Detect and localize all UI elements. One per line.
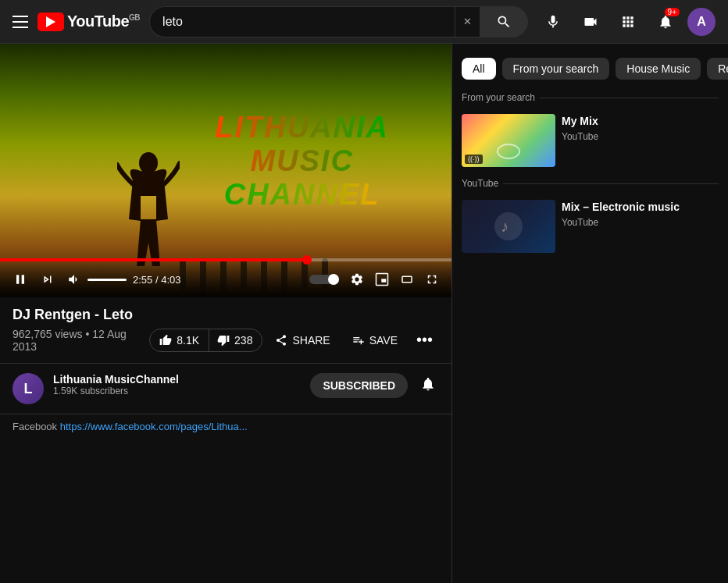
user-avatar[interactable]: A — [687, 8, 716, 36]
filter-tabs: All From your search House Music Re... — [452, 50, 728, 87]
svg-point-3 — [494, 212, 523, 240]
youtube-logo[interactable]: YouTubeGB — [37, 12, 140, 31]
youtube-logo-text: YouTubeGB — [67, 12, 140, 30]
channel-info: L Lithuania MusicChannel 1.59K subscribe… — [0, 364, 451, 414]
more-icon: ••• — [416, 331, 433, 349]
separator: • — [85, 328, 92, 340]
channel-avatar[interactable]: L — [12, 373, 44, 404]
filter-tab-re[interactable]: Re... — [707, 58, 728, 80]
section-divider-2 — [503, 183, 719, 184]
thumb-label: ((·)) — [465, 155, 483, 164]
filter-tab-from-search[interactable]: From your search — [502, 58, 610, 80]
filter-tab-house-music[interactable]: House Music — [616, 58, 701, 80]
theater-icon — [400, 272, 414, 286]
notifications-badge: 9+ — [665, 8, 680, 16]
menu-icon[interactable] — [12, 16, 28, 28]
apps-icon — [620, 14, 636, 30]
channel-details: Lithuania MusicChannel 1.59K subscribers — [53, 373, 301, 396]
dislike-count: 238 — [234, 334, 252, 347]
controls-right — [306, 269, 442, 290]
thumb-bg-dark: ♪ — [462, 200, 555, 253]
search-button[interactable] — [480, 6, 528, 37]
sidebar-video-title-my-mix: My Mix — [562, 114, 719, 128]
save-icon — [352, 334, 365, 347]
video-section: LITHUANIA MUSIC CHANNEL — [0, 44, 451, 583]
settings-button[interactable] — [347, 269, 367, 290]
header-icons: 9+ A — [537, 6, 716, 37]
facebook-link: Facebook https://www.facebook.com/pages/… — [0, 414, 451, 439]
svg-point-0 — [139, 152, 158, 174]
header: YouTubeGB ✕ — [0, 0, 728, 44]
miniplayer-button[interactable] — [372, 269, 392, 290]
miniplayer-icon — [375, 272, 389, 286]
search-icon — [496, 14, 512, 30]
upload-icon — [583, 14, 598, 30]
play-pause-button[interactable] — [9, 268, 31, 290]
sidebar-video-info-electronic: Mix – Electronic music YouTube — [562, 200, 719, 253]
theater-mode-button[interactable] — [397, 269, 417, 290]
sidebar: All From your search House Music Re... F… — [451, 44, 728, 583]
section-from-search: From your search — [452, 87, 728, 108]
section-divider — [540, 98, 719, 98]
time-display: 2:55 / 4:03 — [133, 274, 180, 286]
subscribe-button[interactable]: SUBSCRIBED — [310, 373, 408, 398]
section-youtube: YouTube — [452, 173, 728, 194]
svg-point-2 — [328, 274, 339, 285]
clear-search-button[interactable]: ✕ — [455, 6, 480, 37]
sidebar-video-electronic[interactable]: ♪ Mix – Electronic music YouTube — [452, 194, 728, 259]
fullscreen-icon — [425, 272, 439, 286]
music-text: MUSIC — [215, 144, 389, 177]
autoplay-icon — [309, 272, 339, 286]
youtube-logo-icon — [37, 12, 64, 31]
person-silhouette — [117, 149, 180, 266]
autoplay-toggle[interactable] — [306, 269, 342, 290]
sidebar-video-channel-electronic: YouTube — [562, 217, 719, 228]
mic-icon — [545, 14, 561, 30]
sidebar-video-channel-my-mix: YouTube — [562, 131, 719, 142]
channel-name: Lithuania MusicChannel — [53, 373, 301, 386]
music-note-icon: ♪ — [493, 211, 524, 242]
settings-icon — [350, 272, 364, 286]
sidebar-video-my-mix[interactable]: ((·)) My Mix YouTube — [452, 108, 728, 173]
svg-text:♪: ♪ — [501, 218, 509, 235]
search-container: ✕ — [149, 6, 528, 37]
share-button[interactable]: SHARE — [266, 329, 339, 351]
bell-icon — [420, 376, 436, 392]
video-info: DJ Rentgen - Leto 962,765 views • 12 Aug… — [0, 297, 451, 364]
like-count: 8.1K — [177, 334, 199, 347]
sidebar-video-title-electronic: Mix – Electronic music — [562, 200, 719, 214]
save-button[interactable]: SAVE — [343, 329, 407, 351]
lithuania-text: LITHUANIA — [215, 110, 389, 144]
facebook-url[interactable]: https://www.facebook.com/pages/Lithua... — [60, 421, 248, 432]
volume-button[interactable] — [64, 269, 84, 290]
volume-control — [64, 269, 127, 290]
channel-text: CHANNEL — [215, 177, 389, 211]
dislike-button[interactable]: 238 — [209, 329, 262, 351]
sidebar-thumb-my-mix: ((·)) — [462, 114, 555, 167]
like-button[interactable]: 8.1K — [150, 329, 209, 351]
more-button[interactable]: ••• — [410, 326, 439, 354]
notifications-bell-button[interactable] — [417, 373, 439, 399]
thumbs-down-icon — [217, 334, 230, 347]
mic-button[interactable] — [537, 6, 569, 37]
skip-button[interactable] — [37, 269, 58, 290]
volume-icon — [67, 272, 81, 286]
upload-button[interactable] — [575, 6, 606, 37]
video-meta: 962,765 views • 12 Aug 2013 8.1K — [12, 326, 439, 354]
video-controls: 2:55 / 4:03 — [0, 261, 451, 297]
video-title: DJ Rentgen - Leto — [12, 307, 439, 323]
thumbs-up-icon — [159, 334, 172, 347]
video-views-date: 962,765 views • 12 Aug 2013 — [12, 328, 149, 353]
video-player[interactable]: LITHUANIA MUSIC CHANNEL — [0, 44, 451, 297]
volume-slider[interactable] — [87, 279, 127, 281]
search-input[interactable] — [149, 6, 455, 37]
view-count: 962,765 views — [12, 328, 83, 340]
pause-icon — [12, 272, 28, 287]
fullscreen-button[interactable] — [422, 269, 442, 290]
thumb-ripple — [497, 144, 520, 159]
main-content: LITHUANIA MUSIC CHANNEL — [0, 44, 728, 583]
apps-button[interactable] — [612, 6, 644, 37]
video-overlay-text: LITHUANIA MUSIC CHANNEL — [215, 110, 389, 211]
filter-tab-all[interactable]: All — [462, 58, 496, 80]
notifications-button[interactable]: 9+ — [650, 6, 681, 37]
